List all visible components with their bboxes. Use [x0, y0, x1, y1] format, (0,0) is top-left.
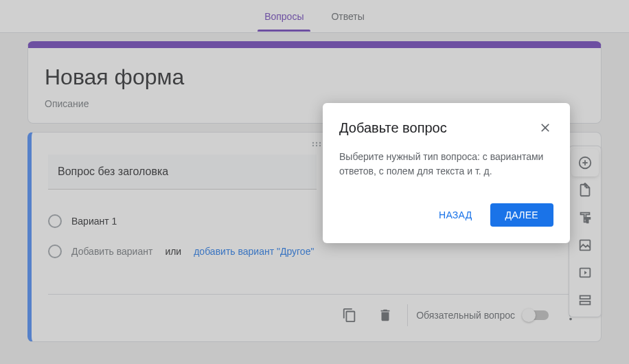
- svg-point-5: [319, 145, 320, 146]
- duplicate-button[interactable]: [336, 302, 363, 329]
- dialog-body: Выберите нужный тип вопроса: с вариантам…: [339, 150, 553, 179]
- text-icon: [577, 210, 593, 225]
- option-label[interactable]: Вариант 1: [71, 216, 117, 227]
- or-label: или: [165, 246, 181, 257]
- svg-rect-14: [580, 302, 591, 305]
- video-icon: [577, 265, 593, 280]
- radio-icon: [48, 244, 62, 258]
- svg-rect-13: [580, 296, 591, 299]
- required-label: Обязательный вопрос: [416, 310, 515, 321]
- add-video-button[interactable]: [573, 260, 597, 285]
- svg-point-1: [315, 142, 317, 144]
- next-button[interactable]: ДАЛЕЕ: [490, 203, 554, 227]
- copy-icon: [342, 308, 357, 323]
- add-other-button[interactable]: добавить вариант "Другое": [194, 246, 314, 257]
- divider: [407, 304, 408, 326]
- import-icon: [577, 183, 593, 198]
- image-icon: [577, 238, 593, 253]
- question-title-input[interactable]: [48, 155, 317, 190]
- required-toggle[interactable]: [523, 310, 549, 320]
- svg-point-2: [319, 142, 320, 144]
- svg-point-4: [315, 145, 317, 146]
- add-image-button[interactable]: [573, 233, 597, 258]
- side-toolbar: [569, 146, 602, 317]
- radio-icon: [48, 214, 62, 228]
- tab-responses[interactable]: Ответы: [324, 1, 371, 32]
- onboarding-dialog: Добавьте вопрос Выберите нужный тип вопр…: [323, 103, 570, 243]
- plus-circle-icon: [577, 155, 593, 170]
- add-section-button[interactable]: [573, 288, 597, 312]
- add-option-button[interactable]: Добавить вариант: [71, 246, 152, 257]
- close-icon: [538, 121, 552, 135]
- tab-questions[interactable]: Вопросы: [258, 1, 310, 32]
- back-button[interactable]: НАЗАД: [426, 203, 485, 227]
- add-question-button[interactable]: [573, 150, 597, 175]
- delete-button[interactable]: [371, 302, 399, 329]
- svg-marker-12: [584, 271, 587, 275]
- svg-rect-10: [580, 240, 591, 251]
- svg-point-3: [312, 145, 313, 146]
- dialog-title: Добавьте вопрос: [339, 120, 447, 136]
- add-title-button[interactable]: [573, 205, 597, 230]
- close-button[interactable]: [537, 120, 553, 136]
- svg-point-0: [312, 142, 313, 144]
- import-questions-button[interactable]: [573, 178, 597, 203]
- tabs-bar: Вопросы Ответы: [0, 0, 629, 33]
- trash-icon: [378, 308, 393, 323]
- section-icon: [577, 293, 593, 308]
- form-title[interactable]: Новая форма: [45, 65, 584, 90]
